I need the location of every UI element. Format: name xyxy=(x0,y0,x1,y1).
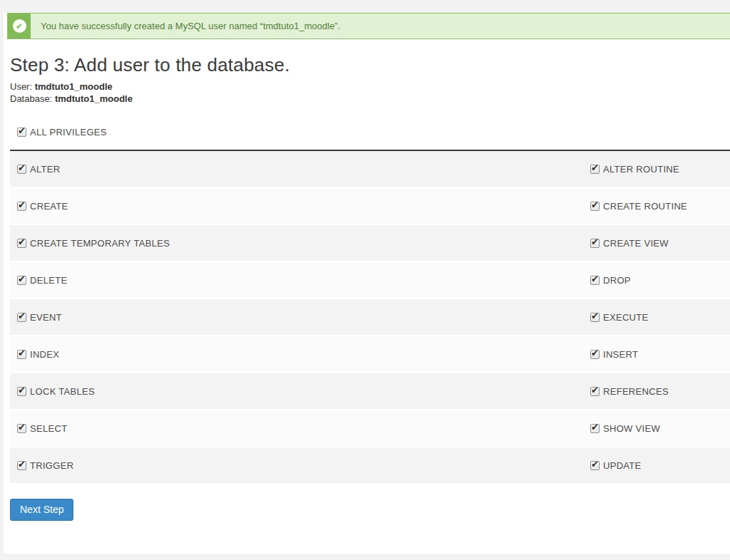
checkbox-trigger[interactable] xyxy=(17,461,26,470)
privilege-cell: TRIGGER xyxy=(17,460,590,471)
user-label: User: xyxy=(10,81,32,92)
success-alert: ✔ You have successfully created a MySQL … xyxy=(7,13,730,39)
table-row: LOCK TABLES REFERENCES xyxy=(10,373,730,410)
privilege-label: EVENT xyxy=(30,312,62,323)
table-row: DELETE DROP xyxy=(10,262,730,299)
privilege-label: ALTER xyxy=(30,164,60,175)
all-privileges-label: ALL PRIVILEGES xyxy=(30,127,107,138)
privilege-cell: CREATE ROUTINE xyxy=(590,201,730,212)
checkbox-all-privileges[interactable] xyxy=(17,128,26,137)
checkbox-delete[interactable] xyxy=(17,276,26,285)
privilege-cell: REFERENCES xyxy=(590,386,730,397)
privilege-label: REFERENCES xyxy=(603,386,669,397)
checkbox-create[interactable] xyxy=(17,202,26,211)
privilege-label: TRIGGER xyxy=(30,460,73,471)
privilege-label: INDEX xyxy=(30,349,59,360)
checkbox-select[interactable] xyxy=(17,424,26,433)
checkbox-create-view[interactable] xyxy=(590,239,600,248)
privilege-cell: INDEX xyxy=(17,349,590,360)
privilege-label: DROP xyxy=(603,275,631,286)
privilege-label: ALTER ROUTINE xyxy=(603,164,679,175)
checkbox-index[interactable] xyxy=(17,350,26,359)
database-line: Database: tmdtuto1_moodle xyxy=(10,93,730,105)
next-step-button[interactable]: Next Step xyxy=(10,499,73,521)
privilege-label: DELETE xyxy=(30,275,67,286)
privilege-label: UPDATE xyxy=(603,460,642,471)
checkbox-drop[interactable] xyxy=(590,276,600,285)
privilege-cell: CREATE xyxy=(17,201,590,212)
privilege-label: CREATE xyxy=(30,201,68,212)
table-row: EVENT EXECUTE xyxy=(10,299,730,336)
privilege-cell: CREATE TEMPORARY TABLES xyxy=(17,238,590,249)
checkbox-references[interactable] xyxy=(590,387,600,396)
privilege-cell: EXECUTE xyxy=(590,312,730,323)
privilege-cell: UPDATE xyxy=(590,460,730,471)
privilege-cell: EVENT xyxy=(17,312,590,323)
privilege-cell: SHOW VIEW xyxy=(590,423,730,434)
privilege-cell: CREATE VIEW xyxy=(590,238,730,249)
success-check-icon: ✔ xyxy=(13,19,26,33)
privilege-label: CREATE ROUTINE xyxy=(603,201,687,212)
checkbox-create-routine[interactable] xyxy=(590,202,600,211)
checkbox-create-temporary-tables[interactable] xyxy=(17,239,26,248)
checkbox-lock-tables[interactable] xyxy=(17,387,26,396)
privilege-cell: ALTER xyxy=(17,164,590,175)
database-label: Database: xyxy=(10,93,52,104)
all-privileges-row: ALL PRIVILEGES xyxy=(17,127,730,138)
table-row: CREATE CREATE ROUTINE xyxy=(10,188,730,225)
success-alert-message: You have successfully created a MySQL us… xyxy=(31,14,340,38)
privilege-label: CREATE VIEW xyxy=(603,238,669,249)
content-area: ✔ You have successfully created a MySQL … xyxy=(4,13,730,554)
privileges-table: ALTER ALTER ROUTINE CREATE CREATE ROUTIN… xyxy=(10,151,730,484)
checkbox-event[interactable] xyxy=(17,313,26,322)
privilege-label: SHOW VIEW xyxy=(603,423,660,434)
checkbox-execute[interactable] xyxy=(590,313,600,322)
checkbox-show-view[interactable] xyxy=(590,424,600,433)
database-value: tmdtuto1_moodle xyxy=(55,93,133,104)
privilege-label: EXECUTE xyxy=(603,312,649,323)
privilege-label: CREATE TEMPORARY TABLES xyxy=(30,238,170,249)
privilege-cell: ALTER ROUTINE xyxy=(590,164,730,175)
privilege-cell: DROP xyxy=(590,275,730,286)
user-line: User: tmdtuto1_moodle xyxy=(10,81,730,93)
table-row: TRIGGER UPDATE xyxy=(10,447,730,484)
checkbox-update[interactable] xyxy=(590,461,600,470)
checkbox-insert[interactable] xyxy=(590,350,600,359)
check-glyph: ✔ xyxy=(16,22,23,31)
table-row: ALTER ALTER ROUTINE xyxy=(10,151,730,188)
checkbox-alter-routine[interactable] xyxy=(590,165,600,174)
success-alert-icon-box: ✔ xyxy=(8,14,31,38)
privilege-label: INSERT xyxy=(603,349,638,360)
privilege-cell: INSERT xyxy=(590,349,730,360)
privilege-label: SELECT xyxy=(30,423,67,434)
privilege-label: LOCK TABLES xyxy=(30,386,95,397)
page-title: Step 3: Add user to the database. xyxy=(10,54,730,76)
table-row: INDEX INSERT xyxy=(10,336,730,373)
privilege-cell: SELECT xyxy=(17,423,590,434)
table-row: CREATE TEMPORARY TABLES CREATE VIEW xyxy=(10,225,730,262)
user-value: tmdtuto1_moodle xyxy=(35,81,113,92)
privilege-cell: DELETE xyxy=(17,275,590,286)
privilege-cell: LOCK TABLES xyxy=(17,386,590,397)
checkbox-alter[interactable] xyxy=(17,165,26,174)
table-row: SELECT SHOW VIEW xyxy=(10,410,730,447)
